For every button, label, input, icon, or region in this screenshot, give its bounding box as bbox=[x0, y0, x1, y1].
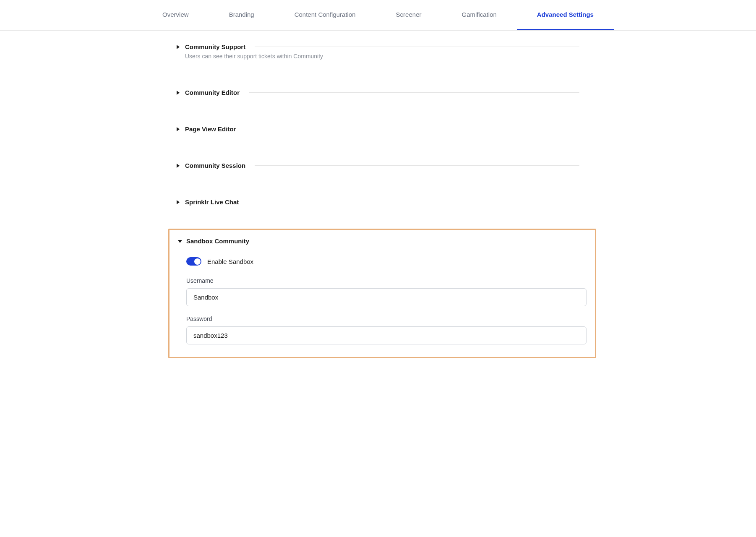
section-title: Sprinklr Live Chat bbox=[185, 198, 239, 206]
chevron-down-icon bbox=[178, 239, 182, 243]
section-community-editor: Community Editor bbox=[168, 89, 588, 96]
section-subtitle: Users can see their support tickets with… bbox=[185, 53, 579, 60]
section-header-community-editor[interactable]: Community Editor bbox=[177, 89, 579, 96]
enable-sandbox-label: Enable Sandbox bbox=[207, 258, 253, 265]
enable-sandbox-row: Enable Sandbox bbox=[186, 257, 587, 266]
section-title: Sandbox Community bbox=[186, 237, 249, 245]
chevron-right-icon bbox=[177, 164, 181, 168]
password-input[interactable] bbox=[186, 326, 587, 344]
username-input[interactable] bbox=[186, 288, 587, 306]
tab-content-configuration[interactable]: Content Configuration bbox=[274, 0, 376, 30]
chevron-right-icon bbox=[177, 127, 181, 131]
divider-line bbox=[249, 92, 579, 93]
enable-sandbox-toggle[interactable] bbox=[186, 257, 201, 266]
tab-advanced-settings[interactable]: Advanced Settings bbox=[517, 0, 614, 30]
section-header-community-session[interactable]: Community Session bbox=[177, 162, 579, 169]
divider-line bbox=[255, 47, 579, 47]
tab-gamification[interactable]: Gamification bbox=[441, 0, 516, 30]
section-header-sprinklr-live-chat[interactable]: Sprinklr Live Chat bbox=[177, 198, 579, 206]
section-header-page-view-editor[interactable]: Page View Editor bbox=[177, 125, 579, 133]
password-field: Password bbox=[186, 315, 587, 344]
section-title: Community Editor bbox=[185, 89, 240, 96]
password-label: Password bbox=[186, 315, 587, 322]
chevron-right-icon bbox=[177, 91, 181, 95]
section-title: Page View Editor bbox=[185, 125, 236, 133]
section-title: Community Support bbox=[185, 43, 245, 50]
section-sprinklr-live-chat: Sprinklr Live Chat bbox=[168, 198, 588, 206]
section-header-community-support[interactable]: Community Support bbox=[177, 43, 579, 50]
divider-line bbox=[248, 202, 579, 202]
sandbox-section-body: Enable Sandbox Username Password bbox=[178, 245, 587, 344]
section-community-support: Community Support Users can see their su… bbox=[168, 43, 588, 60]
tab-bar: Overview Branding Content Configuration … bbox=[0, 0, 756, 31]
username-label: Username bbox=[186, 277, 587, 284]
tab-screener[interactable]: Screener bbox=[376, 0, 442, 30]
tab-branding[interactable]: Branding bbox=[209, 0, 274, 30]
divider-line bbox=[258, 241, 587, 241]
divider-line bbox=[255, 165, 579, 166]
section-community-session: Community Session bbox=[168, 162, 588, 169]
content-area: Community Support Users can see their su… bbox=[168, 31, 588, 392]
section-title: Community Session bbox=[185, 162, 245, 169]
section-page-view-editor: Page View Editor bbox=[168, 125, 588, 133]
section-sandbox-community-highlighted: Sandbox Community Enable Sandbox Usernam… bbox=[168, 229, 596, 358]
divider-line bbox=[245, 129, 579, 129]
chevron-right-icon bbox=[177, 200, 181, 204]
chevron-right-icon bbox=[177, 45, 181, 49]
username-field: Username bbox=[186, 277, 587, 306]
tab-overview[interactable]: Overview bbox=[142, 0, 209, 30]
section-header-sandbox-community[interactable]: Sandbox Community bbox=[178, 237, 587, 245]
